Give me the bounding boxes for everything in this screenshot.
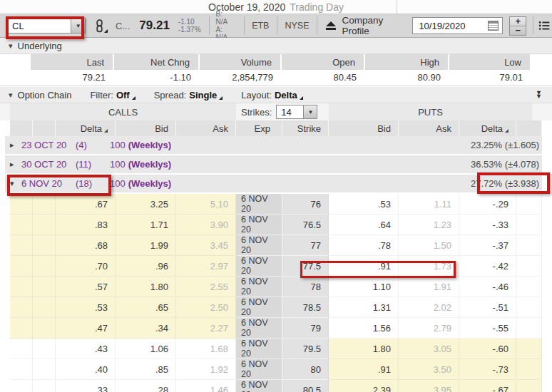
chevron-down-icon[interactable]: ▾ — [9, 91, 13, 100]
call-ask-cell[interactable]: 2.50 — [176, 297, 236, 318]
put-ask-cell[interactable]: 3.05 — [399, 339, 459, 359]
call-delta-cell[interactable]: .43 — [56, 339, 116, 359]
put-delta-cell[interactable]: -.29 — [459, 194, 516, 215]
call-delta-cell[interactable]: .53 — [56, 297, 116, 318]
date-decrement-button[interactable]: − — [510, 26, 526, 35]
put-bid-cell[interactable]: .64 — [329, 215, 399, 235]
menu-list-icon[interactable] — [538, 21, 550, 31]
call-delta-header[interactable]: Delta — [56, 120, 116, 136]
put-ask-cell[interactable]: 3.50 — [399, 359, 459, 380]
call-bid-cell[interactable]: 1.80 — [116, 277, 176, 297]
put-delta-cell[interactable]: -.67 — [459, 380, 516, 392]
call-bid-cell[interactable]: 1.71 — [116, 215, 176, 235]
spread-dropdown[interactable]: Spread: Single — [154, 90, 223, 100]
call-ask-cell[interactable]: 2.55 — [176, 277, 236, 297]
put-delta-cell[interactable]: -.60 — [459, 339, 516, 359]
put-bid-cell[interactable]: 1.80 — [329, 339, 399, 359]
put-bid-cell[interactable]: 1.56 — [329, 318, 399, 339]
put-ask-cell[interactable]: 1.11 — [399, 194, 459, 215]
call-delta-cell[interactable]: .33 — [56, 380, 116, 392]
put-bid-header[interactable]: Bid — [329, 120, 399, 136]
link-group[interactable] — [95, 19, 108, 33]
put-ask-cell[interactable]: 3.95 — [399, 380, 459, 392]
call-ask-cell[interactable]: 2.97 — [176, 256, 236, 277]
put-delta-cell[interactable]: -.55 — [459, 318, 516, 339]
put-ask-cell[interactable]: 1.73 — [399, 256, 459, 277]
call-bid-cell[interactable]: .96 — [116, 256, 176, 277]
put-delta-cell[interactable]: -.33 — [459, 215, 516, 235]
call-delta-cell[interactable]: .57 — [56, 277, 116, 297]
put-ask-cell[interactable]: 1.23 — [399, 215, 459, 235]
trade-date-input[interactable]: 10/19/2020 — [412, 17, 503, 34]
filter-dropdown[interactable]: Filter: Off — [90, 90, 135, 100]
chevron-right-icon[interactable]: ▸ — [10, 140, 21, 150]
expiration-group-row[interactable]: ▸23 OCT 20(4)100(Weeklys)23.25% (±1.605) — [5, 136, 542, 155]
put-delta-cell[interactable]: -.46 — [459, 277, 516, 297]
call-bid-cell[interactable]: .28 — [116, 380, 176, 392]
put-bid-cell[interactable]: 1.31 — [329, 297, 399, 318]
symbol-input[interactable]: CL — [7, 18, 71, 33]
call-bid-cell[interactable]: 3.25 — [116, 194, 176, 215]
percent-change: -1.37% — [178, 26, 201, 33]
put-bid-cell[interactable]: .78 — [329, 235, 399, 256]
underlying-section-header[interactable]: ▾ Underlying — [0, 38, 552, 54]
call-delta-cell[interactable]: .67 — [56, 194, 116, 215]
call-spacer-cell — [33, 339, 56, 359]
put-bid-cell[interactable]: 2.39 — [329, 380, 399, 392]
option-chain-section-label[interactable]: Option Chain — [18, 90, 72, 100]
call-bid-cell[interactable]: .65 — [116, 297, 176, 318]
date-stepper[interactable]: + − — [509, 16, 526, 36]
layout-dropdown[interactable]: Layout: Delta — [241, 90, 302, 100]
put-delta-cell[interactable]: -.37 — [459, 235, 516, 256]
call-ask-header[interactable]: Ask — [176, 120, 236, 136]
chevron-right-icon[interactable]: ▸ — [10, 160, 21, 169]
call-ask-cell[interactable]: 1.68 — [176, 339, 236, 359]
put-ask-cell[interactable]: 2.79 — [399, 318, 459, 339]
put-delta-cell[interactable]: -.51 — [459, 297, 516, 318]
underlying-header-row: Last Net Chng Volume Open High Low — [0, 54, 552, 70]
company-profile-button[interactable]: Company Profile — [342, 15, 412, 36]
strikes-dropdown-button[interactable]: ▼ — [303, 105, 317, 119]
call-bid-cell[interactable]: 1.06 — [116, 339, 176, 359]
call-bid-header[interactable]: Bid — [116, 120, 176, 136]
call-bid-cell[interactable]: .85 — [116, 359, 176, 380]
expiration-group-row[interactable]: ▾6 NOV 20(18)100(Weeklys)27.72% (±3.938) — [5, 175, 542, 194]
put-ask-header[interactable]: Ask — [399, 120, 459, 136]
call-delta-cell[interactable]: .83 — [56, 215, 116, 235]
strike-cell: 77.5 — [282, 256, 329, 277]
put-bid-cell[interactable]: .91 — [329, 256, 399, 277]
call-ask-cell[interactable]: 2.27 — [176, 318, 236, 339]
strike-header[interactable]: Strike — [282, 120, 329, 136]
strike-cell: 76.5 — [282, 215, 329, 235]
put-bid-cell[interactable]: 1.10 — [329, 277, 399, 297]
strikes-select[interactable]: 14 — [276, 105, 303, 119]
call-bid-cell[interactable]: .34 — [116, 318, 176, 339]
put-delta-header[interactable]: Delta — [459, 120, 516, 136]
put-ask-cell[interactable]: 1.50 — [399, 235, 459, 256]
expiration-name[interactable]: 23 OCT 20 — [21, 140, 76, 150]
put-delta-cell[interactable]: -.42 — [459, 256, 516, 277]
put-bid-cell[interactable]: .53 — [329, 194, 399, 215]
calendar-icon[interactable] — [488, 21, 499, 31]
call-ask-cell[interactable]: 5.10 — [176, 194, 236, 215]
put-bid-cell[interactable]: .91 — [329, 359, 399, 380]
expiration-group-row[interactable]: ▸30 OCT 20(11)100(Weeklys)36.53% (±4.078… — [5, 155, 542, 175]
call-delta-cell[interactable]: .68 — [56, 235, 116, 256]
call-delta-cell[interactable]: .47 — [56, 318, 116, 339]
collapse-all-icon[interactable]: ▼▼ — [536, 91, 542, 98]
put-ask-cell[interactable]: 2.02 — [399, 297, 459, 318]
chevron-down-icon[interactable]: ▾ — [10, 179, 21, 188]
call-ask-cell[interactable]: 1.46 — [176, 380, 236, 392]
call-delta-cell[interactable]: .70 — [56, 256, 116, 277]
exp-header[interactable]: Exp — [236, 120, 282, 136]
symbol-dropdown-button[interactable]: ▼ — [71, 18, 86, 33]
call-bid-cell[interactable]: 1.99 — [116, 235, 176, 256]
call-ask-cell[interactable]: 3.45 — [176, 235, 236, 256]
call-delta-cell[interactable]: .40 — [56, 359, 116, 380]
put-ask-cell[interactable]: 1.91 — [399, 277, 459, 297]
expiration-name[interactable]: 30 OCT 20 — [21, 159, 76, 170]
put-delta-cell[interactable]: -.73 — [459, 359, 516, 380]
call-ask-cell[interactable]: 3.90 — [176, 215, 236, 235]
call-ask-cell[interactable]: 1.92 — [176, 359, 236, 380]
expiration-name[interactable]: 6 NOV 20 — [21, 178, 76, 189]
